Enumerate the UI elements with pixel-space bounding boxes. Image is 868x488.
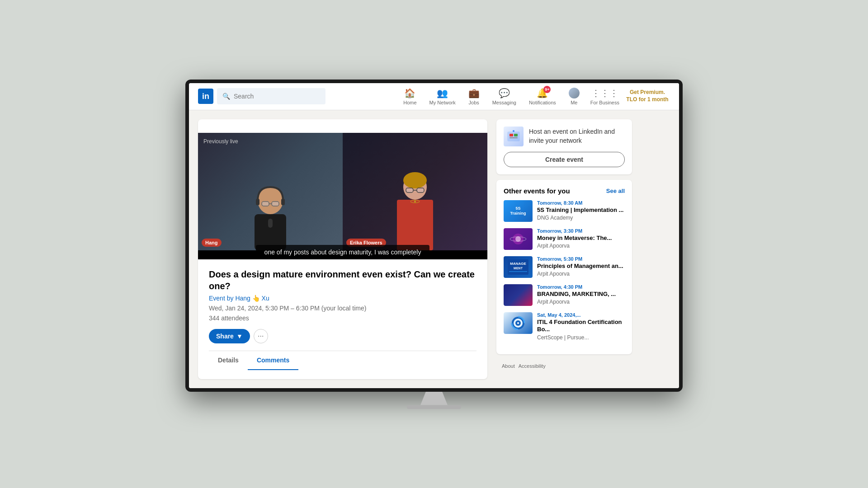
- event-name-4: ITIL 4 Foundation Certification Bo...: [537, 319, 625, 334]
- more-options-button[interactable]: ···: [254, 329, 268, 343]
- event-card: Previously live: [198, 119, 487, 379]
- nav-item-jobs[interactable]: 💼 Jobs: [463, 84, 485, 109]
- event-thumb-mgmt-img: MANAGE MENT: [504, 256, 533, 278]
- premium-link[interactable]: Get Premium. TLO for 1 month: [625, 89, 670, 103]
- svg-point-31: [517, 322, 519, 324]
- tab-details[interactable]: Details: [209, 351, 248, 370]
- event-name-1: Money in Metaverse: The...: [537, 235, 625, 242]
- svg-rect-4: [272, 202, 279, 206]
- notifications-icon: 🔔 9+: [537, 88, 548, 99]
- event-thumb-1: [504, 228, 533, 250]
- home-icon: 🏠: [404, 88, 415, 99]
- main-container: Previously live: [189, 110, 679, 388]
- event-time-2: Tomorrow, 5:30 PM: [537, 256, 625, 262]
- svg-rect-3: [262, 202, 269, 206]
- event-item-0[interactable]: 5STraining Tomorrow, 8:30 AM 5S Training…: [504, 200, 625, 222]
- host-event-row: Host an event on LinkedIn and invite you…: [504, 127, 625, 146]
- footer-accessibility[interactable]: Accessibility: [519, 363, 546, 369]
- event-item-3[interactable]: Tomorrow, 4:30 PM BRANDING, MARKETING, .…: [504, 284, 625, 306]
- sidebar: Host an event on LinkedIn and invite you…: [496, 119, 632, 379]
- event-time-0: Tomorrow, 8:30 AM: [537, 200, 625, 206]
- host-event-text: Host an event on LinkedIn and invite you…: [529, 127, 625, 145]
- svg-point-22: [515, 236, 521, 242]
- svg-text:MENT: MENT: [514, 267, 523, 270]
- video-grid: Hang: [198, 133, 487, 250]
- svg-point-14: [414, 201, 416, 202]
- my-network-icon: 👥: [437, 88, 448, 99]
- linkedin-logo[interactable]: in: [198, 89, 213, 104]
- notifications-badge: 9+: [543, 86, 551, 93]
- event-meta-0: Tomorrow, 8:30 AM 5S Training | Implemen…: [537, 200, 625, 221]
- nav-item-messaging[interactable]: 💬 Messaging: [487, 84, 522, 109]
- nav-bar: 🏠 Home 👥 My Network 💼 Jobs 💬 Messaging: [398, 84, 670, 109]
- svg-rect-10: [406, 188, 413, 192]
- event-actions: Share ▼ ···: [209, 329, 476, 343]
- speaker-right-figure: [343, 133, 487, 250]
- nav-item-for-business[interactable]: ⋮⋮⋮ For Business: [587, 84, 623, 109]
- tab-comments[interactable]: Comments: [248, 351, 298, 370]
- other-events-title: Other events for you: [504, 187, 570, 195]
- other-events-card: Other events for you See all 5STraining …: [496, 180, 632, 355]
- svg-rect-27: [509, 271, 527, 272]
- event-name-2: Principles of Management an...: [537, 263, 625, 270]
- event-time-3: Tomorrow, 4:30 PM: [537, 284, 625, 290]
- search-bar[interactable]: 🔍: [217, 88, 326, 104]
- event-name-3: BRANDING, MARKETING, ...: [537, 291, 625, 298]
- speaker-left-figure: [198, 133, 343, 250]
- event-thumb-0: 5STraining: [504, 200, 533, 222]
- event-org-0: DNG Academy: [537, 215, 625, 221]
- event-thumb-3: [504, 284, 533, 306]
- nav-label-for-business: For Business: [590, 100, 619, 105]
- event-meta-1: Tomorrow, 3:30 PM Money in Metaverse: Th…: [537, 228, 625, 249]
- nav-item-me[interactable]: Me: [563, 84, 585, 109]
- previously-live-badge: Previously live: [203, 138, 238, 145]
- svg-rect-17: [509, 134, 513, 136]
- share-label: Share: [216, 333, 234, 340]
- speaker-left-label: Hang: [202, 239, 222, 247]
- main-content: Previously live: [198, 119, 487, 379]
- host-event-icon: [504, 127, 524, 146]
- nav-item-notifications[interactable]: 🔔 9+ Notifications: [524, 84, 561, 109]
- navbar: in 🔍 🏠 Home 👥 My Network 💼: [189, 83, 679, 110]
- footer-about[interactable]: About: [502, 363, 515, 369]
- event-meta-3: Tomorrow, 4:30 PM BRANDING, MARKETING, .…: [537, 284, 625, 305]
- event-thumb-meta-img: [504, 228, 533, 250]
- event-time: Wed, Jan 24, 2024, 5:30 PM – 6:30 PM (yo…: [209, 305, 476, 312]
- jobs-icon: 💼: [468, 88, 480, 99]
- event-org-4: CertScope | Pursue...: [537, 334, 625, 341]
- svg-rect-16: [508, 132, 519, 141]
- see-all-link[interactable]: See all: [606, 188, 625, 194]
- svg-point-20: [513, 130, 514, 132]
- caption-bar: one of my posts about design maturity, I…: [256, 245, 429, 259]
- nav-label-messaging: Messaging: [492, 100, 516, 105]
- create-event-button[interactable]: Create event: [504, 152, 625, 167]
- event-thumb-4: [504, 312, 533, 334]
- event-item-1[interactable]: Tomorrow, 3:30 PM Money in Metaverse: Th…: [504, 228, 625, 250]
- share-button[interactable]: Share ▼: [209, 329, 250, 343]
- event-item-2[interactable]: MANAGE MENT Tomorrow, 5:30 PM Principles…: [504, 256, 625, 278]
- search-input[interactable]: [234, 93, 320, 100]
- nav-label-home: Home: [403, 100, 416, 105]
- me-avatar: [569, 88, 580, 99]
- svg-rect-18: [514, 134, 518, 136]
- event-org-1: Arpit Apoorva: [537, 243, 625, 249]
- nav-label-jobs: Jobs: [469, 100, 479, 105]
- share-chevron-icon: ▼: [236, 333, 243, 340]
- video-cell-right: Erika Flowers: [343, 133, 487, 250]
- nav-item-home[interactable]: 🏠 Home: [398, 84, 422, 109]
- event-time-4: Sat, May 4, 2024,...: [537, 312, 625, 318]
- svg-rect-19: [509, 137, 518, 138]
- event-item-4[interactable]: Sat, May 4, 2024,... ITIL 4 Foundation C…: [504, 312, 625, 341]
- event-thumb-5s-img: 5STraining: [504, 200, 533, 222]
- event-meta-2: Tomorrow, 5:30 PM Principles of Manageme…: [537, 256, 625, 277]
- nav-item-my-network[interactable]: 👥 My Network: [424, 84, 461, 109]
- event-meta-4: Sat, May 4, 2024,... ITIL 4 Foundation C…: [537, 312, 625, 341]
- svg-rect-13: [397, 200, 433, 250]
- event-title: Does a design mature environment even ex…: [209, 268, 476, 292]
- event-host-link[interactable]: Hang 👆 Xu: [235, 295, 269, 302]
- event-attendees: 344 attendees: [209, 314, 476, 322]
- event-tabs: Details Comments: [209, 351, 476, 370]
- ellipsis-icon: ···: [258, 332, 264, 340]
- nav-label-notifications: Notifications: [529, 100, 556, 105]
- search-icon: 🔍: [222, 93, 230, 100]
